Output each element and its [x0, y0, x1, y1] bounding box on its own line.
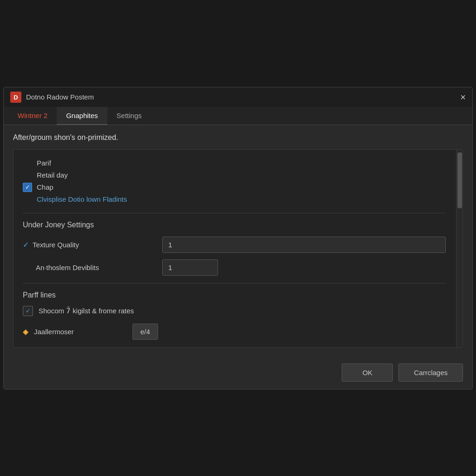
jaallermoser-label: Jaallermoser	[34, 328, 127, 336]
texture-quality-label: ✓ Texture Quality	[23, 240, 162, 249]
panel-inner: Parif Retail day ✓ Chap Clvispli	[23, 157, 446, 340]
list-item: Parif	[23, 157, 446, 169]
checkbox-spacer	[23, 171, 32, 180]
cancel-button[interactable]: Carrclages	[398, 364, 463, 382]
texture-quality-row: ✓ Texture Quality	[23, 237, 446, 253]
shocom-label: Shocom 7̄ kigilst & frome rates	[39, 307, 134, 315]
subtitle-text: After/groum shon's on-primized.	[13, 133, 463, 142]
main-window: D Dotno Radow Postem × Wintner 2 Gnaphit…	[3, 87, 473, 390]
item-list: Parif Retail day ✓ Chap Clvispli	[23, 157, 446, 205]
divider-1	[23, 213, 446, 213]
shocom-checkbox[interactable]: ✓	[23, 306, 33, 316]
item-retail-label: Retail day	[37, 171, 68, 179]
footer: OK Carrclages	[4, 356, 472, 389]
check-icon: ✓	[23, 240, 29, 249]
texture-quality-input[interactable]	[162, 237, 446, 253]
diamond-icon: ◆	[23, 327, 28, 336]
shocom-row: ✓ Shocom 7̄ kigilst & frome rates	[23, 306, 446, 316]
divider-2	[23, 283, 446, 284]
window-title: Dotno Radow Postem	[26, 93, 94, 101]
ok-button[interactable]: OK	[342, 364, 393, 382]
svg-text:D: D	[13, 94, 18, 101]
check-mark: ✓	[25, 184, 30, 191]
tab-bar: Wintner 2 Gnaphites Settings	[4, 107, 472, 125]
jaallermoser-value-button[interactable]: e/4	[132, 324, 158, 340]
content-area: After/groum shon's on-primized. Parif Re…	[4, 125, 472, 356]
tab-wintner[interactable]: Wintner 2	[8, 107, 57, 125]
item-chap-label: Chap	[37, 183, 53, 191]
anthoslem-row: An·thoslem Deviblits	[23, 259, 446, 276]
checkbox-spacer	[23, 159, 32, 168]
item-parif-label: Parif	[37, 159, 51, 167]
texture-quality-text: Texture Quality	[33, 241, 79, 249]
label-spacer	[23, 263, 32, 272]
app-icon: D	[10, 92, 21, 103]
list-item: Retail day	[23, 169, 446, 181]
title-bar: D Dotno Radow Postem ×	[4, 87, 472, 107]
list-item-link[interactable]: Clvisplise Dotio lown Fladints	[23, 193, 446, 205]
jaallermoser-row: ◆ Jaallermoser e/4	[23, 324, 446, 340]
item-clvisplise-label: Clvisplise Dotio lown Fladints	[37, 195, 127, 203]
section1-title: Under Joney Settings	[23, 221, 446, 229]
shocom-check-icon: ✓	[26, 308, 30, 314]
title-bar-left: D Dotno Radow Postem	[10, 92, 94, 103]
close-button[interactable]: ×	[460, 93, 466, 102]
anthoslem-label: An·thoslem Deviblits	[23, 263, 162, 272]
chap-checkbox[interactable]: ✓	[23, 183, 32, 192]
tab-settings[interactable]: Settings	[107, 107, 151, 125]
anthoslem-input[interactable]	[162, 259, 218, 276]
anthoslem-text: An·thoslem Deviblits	[36, 264, 99, 271]
scrollbar-thumb	[457, 152, 462, 208]
tab-graphites[interactable]: Gnaphites	[57, 107, 107, 125]
checkbox-spacer	[23, 195, 32, 204]
scrollbar[interactable]	[456, 150, 463, 347]
list-item-chap: ✓ Chap	[23, 181, 446, 193]
main-panel: Parif Retail day ✓ Chap Clvispli	[13, 149, 463, 348]
section2-title: Parff lines	[23, 291, 446, 299]
